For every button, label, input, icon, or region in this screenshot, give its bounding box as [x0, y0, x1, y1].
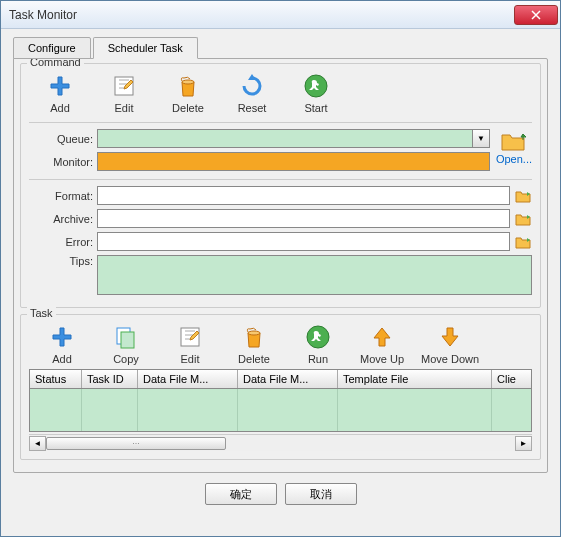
start-button[interactable]: Start	[295, 72, 337, 114]
archive-input[interactable]	[97, 209, 510, 228]
titlebar: Task Monitor	[1, 1, 560, 29]
task-fieldset: Task Add Copy Edit	[20, 314, 541, 460]
svg-point-6	[248, 331, 260, 335]
move-down-button[interactable]: Move Down	[421, 323, 479, 365]
task-add-button[interactable]: Add	[37, 323, 87, 365]
task-monitor-window: Task Monitor Configure Scheduler Task Co…	[0, 0, 561, 537]
task-toolbar: Add Copy Edit Delete	[29, 321, 532, 369]
plus-icon	[48, 323, 76, 351]
error-input[interactable]	[97, 232, 510, 251]
folder-icon	[500, 129, 528, 153]
queue-label: Queue:	[29, 133, 93, 145]
col-data-file-2[interactable]: Data File M...	[238, 370, 338, 388]
tips-textarea[interactable]	[97, 255, 532, 295]
run-icon	[304, 323, 332, 351]
col-status[interactable]: Status	[30, 370, 82, 388]
edit-icon	[110, 72, 138, 100]
format-label: Format:	[29, 190, 93, 202]
col-client[interactable]: Clie	[492, 370, 531, 388]
queue-select[interactable]: ▼	[97, 129, 490, 148]
tab-configure[interactable]: Configure	[13, 37, 91, 59]
folder-small-icon	[515, 212, 531, 226]
col-data-file-1[interactable]: Data File M...	[138, 370, 238, 388]
reset-icon	[238, 72, 266, 100]
task-delete-button[interactable]: Delete	[229, 323, 279, 365]
scroll-thumb[interactable]: ∙∙∙	[46, 437, 226, 450]
divider	[29, 122, 532, 123]
reset-button[interactable]: Reset	[231, 72, 273, 114]
archive-label: Archive:	[29, 213, 93, 225]
scroll-track[interactable]: ∙∙∙	[46, 436, 515, 451]
svg-point-1	[182, 80, 194, 84]
command-fieldset: Command Add Edit Delete	[20, 63, 541, 308]
add-button[interactable]: Add	[39, 72, 81, 114]
svg-rect-4	[121, 332, 134, 348]
tab-scheduler-task[interactable]: Scheduler Task	[93, 37, 198, 59]
folder-small-icon	[515, 189, 531, 203]
scroll-left-icon[interactable]: ◄	[29, 436, 46, 451]
ok-button[interactable]: 确定	[205, 483, 277, 505]
content-area: Configure Scheduler Task Command Add Edi…	[1, 29, 560, 519]
task-edit-button[interactable]: Edit	[165, 323, 215, 365]
format-browse-button[interactable]	[514, 187, 532, 205]
archive-browse-button[interactable]	[514, 210, 532, 228]
tab-panel: Command Add Edit Delete	[13, 58, 548, 473]
close-icon	[531, 10, 541, 20]
arrow-up-icon	[368, 323, 396, 351]
trash-icon	[174, 72, 202, 100]
folder-small-icon	[515, 235, 531, 249]
col-template[interactable]: Template File	[338, 370, 492, 388]
format-input[interactable]	[97, 186, 510, 205]
tab-strip: Configure Scheduler Task	[13, 37, 548, 59]
delete-button[interactable]: Delete	[167, 72, 209, 114]
error-label: Error:	[29, 236, 93, 248]
copy-icon	[112, 323, 140, 351]
command-toolbar: Add Edit Delete Reset	[29, 70, 532, 118]
scroll-right-icon[interactable]: ►	[515, 436, 532, 451]
horizontal-scrollbar[interactable]: ◄ ∙∙∙ ►	[29, 434, 532, 451]
window-title: Task Monitor	[9, 8, 514, 22]
col-task-id[interactable]: Task ID	[82, 370, 138, 388]
open-button[interactable]: Open...	[496, 129, 532, 165]
monitor-label: Monitor:	[29, 156, 93, 168]
move-up-button[interactable]: Move Up	[357, 323, 407, 365]
monitor-input[interactable]	[97, 152, 490, 171]
table-header: Status Task ID Data File M... Data File …	[30, 370, 531, 389]
run-icon	[302, 72, 330, 100]
close-button[interactable]	[514, 5, 558, 25]
arrow-down-icon	[436, 323, 464, 351]
footer-buttons: 确定 取消	[13, 473, 548, 511]
task-run-button[interactable]: Run	[293, 323, 343, 365]
task-table: Status Task ID Data File M... Data File …	[29, 369, 532, 432]
divider	[29, 179, 532, 180]
table-body[interactable]	[30, 389, 531, 431]
chevron-down-icon: ▼	[472, 130, 489, 147]
task-copy-button[interactable]: Copy	[101, 323, 151, 365]
trash-icon	[240, 323, 268, 351]
error-browse-button[interactable]	[514, 233, 532, 251]
task-legend: Task	[27, 307, 56, 319]
tips-label: Tips:	[29, 255, 93, 267]
edit-icon	[176, 323, 204, 351]
cancel-button[interactable]: 取消	[285, 483, 357, 505]
edit-button[interactable]: Edit	[103, 72, 145, 114]
plus-icon	[46, 72, 74, 100]
